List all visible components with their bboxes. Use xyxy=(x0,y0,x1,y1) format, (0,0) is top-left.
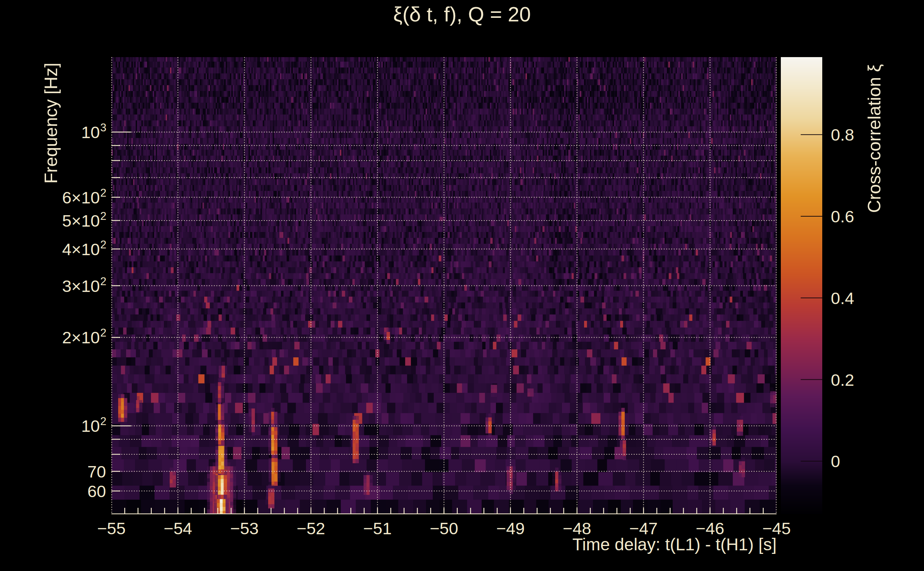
x-axis-title: Time delay: t(L1) - t(H1) [s] xyxy=(572,535,777,554)
x-tick-label: −46 xyxy=(696,519,725,538)
colorbar-tick-label: 0.4 xyxy=(831,288,854,308)
x-tick-label: −55 xyxy=(97,519,126,538)
x-tick-label: −50 xyxy=(430,519,459,538)
x-tick-label: −53 xyxy=(230,519,259,538)
y-tick-label: 6×102 xyxy=(62,187,106,207)
y-tick-label: 103 xyxy=(81,122,106,142)
x-tick-label: −52 xyxy=(297,519,325,538)
x-tick-label: −48 xyxy=(563,519,591,538)
y-tick-label: 5×102 xyxy=(62,211,106,230)
figure: ξ(δ t, f), Q = 20 Frequency [Hz] Time de… xyxy=(0,0,924,571)
colorbar-tick-label: 0.2 xyxy=(831,370,854,389)
y-tick-label: 70 xyxy=(88,461,106,481)
colorbar-canvas xyxy=(781,57,822,514)
x-tick-label: −54 xyxy=(164,519,192,538)
colorbar-title: Cross-correlation ξ xyxy=(864,64,885,213)
x-tick-label: −49 xyxy=(496,519,525,538)
y-tick-label: 102 xyxy=(81,416,106,436)
heatmap-canvas xyxy=(111,57,777,514)
x-tick-label: −47 xyxy=(629,519,658,538)
colorbar-tick-label: 0.6 xyxy=(831,207,854,226)
x-tick-label: −45 xyxy=(762,519,791,538)
colorbar-tick-label: 0 xyxy=(831,451,840,471)
y-axis-title: Frequency [Hz] xyxy=(41,62,62,184)
x-tick-label: −51 xyxy=(363,519,392,538)
chart-title: ξ(δ t, f), Q = 20 xyxy=(0,2,924,26)
y-tick-label: 3×102 xyxy=(62,276,106,295)
colorbar-tick-label: 0.8 xyxy=(831,125,854,145)
y-tick-label: 2×102 xyxy=(62,328,106,347)
y-tick-label: 60 xyxy=(88,481,106,501)
y-tick-label: 4×102 xyxy=(62,239,106,259)
